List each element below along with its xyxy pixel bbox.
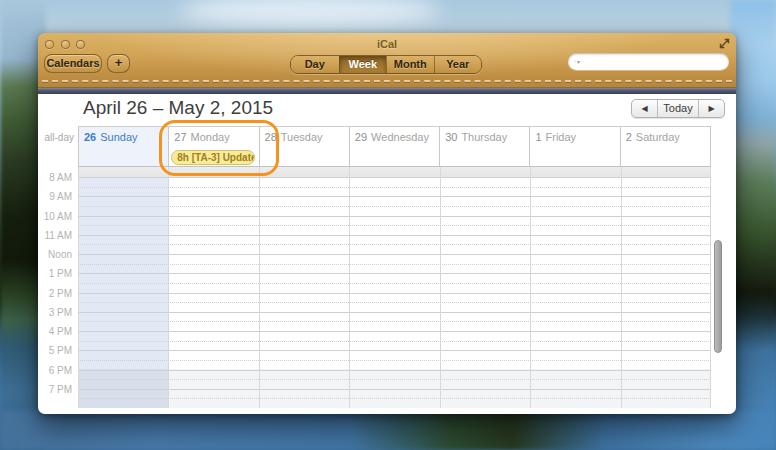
half-hour-line: [78, 225, 711, 226]
day-number: 1: [535, 131, 541, 143]
time-label: 4 PM: [38, 326, 72, 337]
next-week-button[interactable]: ▶: [699, 100, 724, 117]
column-divider: [530, 167, 531, 408]
column-divider: [349, 167, 350, 408]
ical-window: iCal Calendars + DayWeekMonthYear ▾ Apri…: [38, 33, 736, 414]
half-hour-line: [78, 206, 711, 207]
day-header-monday[interactable]: 27Monday8h [TA-3] Update s…: [168, 127, 258, 166]
toolbar: iCal Calendars + DayWeekMonthYear ▾: [38, 33, 736, 88]
column-divider: [621, 167, 622, 408]
time-label: 8 AM: [38, 172, 72, 183]
view-segment-week[interactable]: Week: [339, 56, 387, 73]
hour-line: [78, 389, 711, 390]
hour-line: [78, 177, 711, 178]
hour-line: [78, 254, 711, 255]
half-hour-line: [78, 187, 711, 188]
view-switcher: DayWeekMonthYear: [290, 55, 482, 74]
hour-line: [78, 273, 711, 274]
time-label: 3 PM: [38, 307, 72, 318]
day-number: 27: [174, 131, 186, 143]
time-label: 2 PM: [38, 288, 72, 299]
hour-line: [78, 293, 711, 294]
time-label: Noon: [38, 249, 72, 260]
column-divider: [440, 167, 441, 408]
half-hour-line: [78, 264, 711, 265]
all-day-label: all-day: [38, 132, 74, 143]
date-navigation: ◀ Today ▶: [631, 99, 725, 118]
fullscreen-icon[interactable]: [718, 37, 731, 50]
week-range-title: April 26 – May 2, 2015: [83, 97, 273, 119]
day-name: Tuesday: [281, 131, 323, 143]
day-header-saturday[interactable]: 2Saturday: [620, 127, 710, 166]
column-divider: [710, 167, 711, 408]
column-divider: [168, 167, 169, 408]
column-divider: [259, 167, 260, 408]
hour-line: [78, 350, 711, 351]
day-name: Sunday: [100, 131, 137, 143]
half-hour-line: [78, 302, 711, 303]
day-header-tuesday[interactable]: 28Tuesday: [259, 127, 349, 166]
column-divider: [78, 167, 79, 408]
day-name: Friday: [546, 131, 577, 143]
time-label: 9 AM: [38, 191, 72, 202]
day-header-sunday[interactable]: 26Sunday: [78, 127, 168, 166]
day-number: 29: [355, 131, 367, 143]
half-hour-line: [78, 398, 711, 399]
half-hour-line: [78, 321, 711, 322]
search-input[interactable]: [581, 55, 723, 68]
hour-line: [78, 235, 711, 236]
today-button[interactable]: Today: [657, 100, 699, 117]
time-label: 11 AM: [38, 230, 72, 241]
hour-line: [78, 370, 711, 371]
search-icon: [574, 55, 576, 68]
day-number: 26: [84, 131, 96, 143]
event-pill[interactable]: 8h [TA-3] Update s…: [171, 150, 254, 165]
time-label: 6 PM: [38, 365, 72, 376]
day-name: Saturday: [636, 131, 680, 143]
half-hour-line: [78, 283, 711, 284]
day-header-wednesday[interactable]: 29Wednesday: [349, 127, 439, 166]
add-event-button[interactable]: +: [107, 54, 130, 73]
view-segment-month[interactable]: Month: [386, 56, 434, 73]
search-field[interactable]: ▾: [568, 53, 729, 70]
wallpaper-mountain-right: [730, 0, 776, 450]
hour-line: [78, 331, 711, 332]
wallpaper-lake-bottom: [0, 410, 776, 450]
half-hour-line: [78, 360, 711, 361]
desktop: iCal Calendars + DayWeekMonthYear ▾ Apri…: [0, 0, 776, 450]
day-name: Wednesday: [371, 131, 429, 143]
window-title: iCal: [38, 38, 736, 50]
time-grid[interactable]: [78, 167, 711, 408]
day-name: Monday: [191, 131, 230, 143]
time-label: 7 PM: [38, 384, 72, 395]
day-number: 28: [265, 131, 277, 143]
leather-stitching: [42, 80, 732, 82]
hour-line: [78, 216, 711, 217]
view-segment-year[interactable]: Year: [434, 56, 482, 73]
view-segment-day[interactable]: Day: [291, 56, 339, 73]
time-label: 10 AM: [38, 211, 72, 222]
day-number: 2: [626, 131, 632, 143]
day-name: Thursday: [461, 131, 507, 143]
hour-line: [78, 312, 711, 313]
half-hour-line: [78, 244, 711, 245]
search-scope-chevron-icon[interactable]: ▾: [577, 58, 580, 65]
half-hour-line: [78, 341, 711, 342]
calendars-button[interactable]: Calendars: [44, 54, 102, 73]
day-number: 30: [445, 131, 457, 143]
day-header-friday[interactable]: 1Friday: [529, 127, 619, 166]
time-label: 1 PM: [38, 268, 72, 279]
scrollbar-thumb[interactable]: [714, 240, 722, 353]
day-header-row: 26Sunday27Monday8h [TA-3] Update s…28Tue…: [78, 126, 711, 167]
prev-week-button[interactable]: ◀: [632, 100, 657, 117]
time-label: 5 PM: [38, 345, 72, 356]
day-header-thursday[interactable]: 30Thursday: [439, 127, 529, 166]
hour-line: [78, 196, 711, 197]
half-hour-line: [78, 379, 711, 380]
